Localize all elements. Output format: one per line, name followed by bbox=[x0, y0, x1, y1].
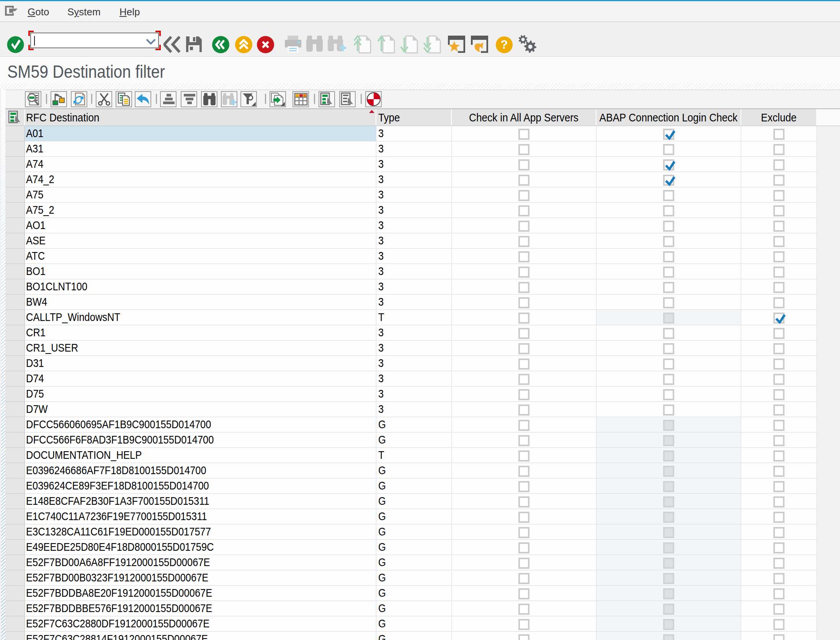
svg-text:?: ? bbox=[501, 38, 508, 51]
